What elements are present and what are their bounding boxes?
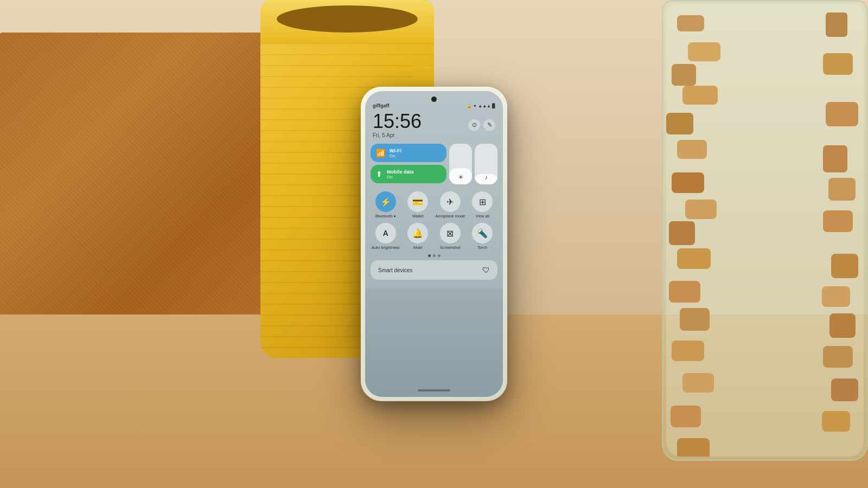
battery-icon: ▉ — [492, 104, 495, 108]
cork-12 — [828, 178, 856, 201]
cork-18 — [669, 281, 700, 303]
time-display: 15:56 — [373, 112, 422, 131]
cork-1 — [677, 15, 704, 31]
cork-2 — [826, 12, 847, 37]
cork-8 — [826, 102, 858, 126]
cork-9 — [677, 140, 707, 159]
cork-14 — [669, 221, 695, 245]
phone-screen: giffgaff 🔒 ✦ ▲▲▲ ▉ 15:56 Fri, 5 Apr — [365, 91, 503, 397]
cork-jar — [662, 0, 868, 461]
page-dots — [365, 253, 503, 258]
dot-2 — [433, 254, 436, 257]
quick-buttons-row2: A Auto brightness 🔔 Mute ⊠ Screenshot 🔦 … — [365, 222, 503, 251]
music-icon: ♪ — [484, 174, 488, 181]
cork-4 — [672, 64, 696, 86]
sliders-area: ☀ ♪ — [449, 144, 497, 186]
cork-19 — [822, 286, 850, 307]
mute-label: Mute — [413, 245, 423, 250]
cork-6 — [682, 86, 718, 105]
smart-devices-icon: 🛡 — [482, 266, 490, 274]
time-date-block: 15:56 Fri, 5 Apr — [373, 112, 422, 138]
smart-devices-bar[interactable]: Smart devices 🛡 — [371, 260, 497, 280]
phone-container: giffgaff 🔒 ✦ ▲▲▲ ▉ 15:56 Fri, 5 Apr — [361, 87, 507, 401]
quick-settings-grid: 📶 Wi-Fi On ⬆ Mobile data On — [365, 142, 503, 188]
cork-16 — [677, 248, 711, 269]
mobile-data-text: Mobile data On — [387, 169, 414, 179]
phone-outer: giffgaff 🔒 ✦ ▲▲▲ ▉ 15:56 Fri, 5 Apr — [361, 87, 507, 401]
bluetooth-button[interactable]: ⚡ Bluetooth ♦ — [371, 191, 401, 219]
cork-10 — [823, 145, 847, 172]
mobile-data-status: On — [387, 175, 414, 179]
mug-inside — [277, 5, 418, 33]
view-all-label: View all — [475, 214, 489, 219]
wifi-status-icon: ✦ — [473, 104, 477, 108]
brightness-icon: ☀ — [458, 174, 464, 181]
torch-label: Torch — [477, 245, 487, 250]
cork-22 — [672, 341, 704, 361]
cork-11 — [672, 172, 704, 193]
background-scene: giffgaff 🔒 ✦ ▲▲▲ ▉ 15:56 Fri, 5 Apr — [0, 0, 868, 488]
status-icons: 🔒 ✦ ▲▲▲ ▉ — [467, 104, 495, 108]
time-actions: ⊙ ✎ — [468, 119, 495, 131]
mobile-data-icon: ⬆ — [376, 170, 382, 178]
bluetooth-status-icon: 🔒 — [467, 104, 472, 108]
time-section: 15:56 Fri, 5 Apr ⊙ ✎ — [365, 110, 503, 142]
torch-icon: 🔦 — [472, 223, 493, 243]
torch-button[interactable]: 🔦 Torch — [468, 223, 498, 250]
mug-top — [260, 0, 434, 43]
date-display: Fri, 5 Apr — [373, 132, 422, 138]
wifi-tile[interactable]: 📶 Wi-Fi On — [371, 144, 446, 162]
brightness-slider[interactable]: ☀ — [449, 144, 472, 184]
wallet-button[interactable]: 💳 Wallet — [403, 191, 433, 219]
cork-jar-inner — [666, 4, 864, 457]
aeroplane-icon: ✈ — [440, 191, 461, 212]
carrier-label: giffgaff — [373, 103, 390, 108]
cork-23 — [823, 346, 853, 368]
cork-7 — [666, 113, 693, 134]
signal-icon: ▲▲▲ — [478, 104, 491, 108]
mute-icon: 🔔 — [407, 223, 428, 243]
aeroplane-button[interactable]: ✈ Aeroplane mode — [435, 191, 465, 219]
mobile-data-tile[interactable]: ⬆ Mobile data On — [371, 165, 446, 183]
dot-1 — [428, 254, 431, 257]
volume-slider[interactable]: ♪ — [475, 144, 497, 184]
cork-20 — [680, 308, 710, 331]
cork-15 — [823, 210, 853, 232]
alarm-icon[interactable]: ⊙ — [468, 119, 480, 131]
view-all-button[interactable]: ⊞ View all — [468, 191, 498, 219]
cork-5 — [823, 53, 853, 75]
cork-3 — [688, 42, 720, 61]
screenshot-icon: ⊠ — [440, 223, 461, 243]
cork-28 — [677, 438, 710, 457]
home-indicator[interactable] — [418, 389, 450, 391]
wallet-icon: 💳 — [407, 191, 428, 212]
auto-brightness-button[interactable]: A Auto brightness — [371, 223, 401, 250]
cork-25 — [831, 378, 858, 401]
cork-13 — [685, 200, 717, 219]
cork-26 — [671, 406, 701, 427]
edit-icon[interactable]: ✎ — [483, 119, 495, 131]
dot-3 — [438, 254, 441, 257]
cork-24 — [682, 373, 714, 393]
smart-devices-label: Smart devices — [378, 267, 412, 273]
screenshot-label: Screenshot — [440, 245, 461, 250]
cork-17 — [831, 254, 858, 278]
auto-brightness-label: Auto brightness — [372, 245, 400, 250]
view-all-icon: ⊞ — [472, 191, 493, 212]
cork-21 — [829, 313, 856, 338]
wallet-label: Wallet — [412, 214, 424, 219]
wifi-text: Wi-Fi On — [390, 148, 401, 158]
mute-button[interactable]: 🔔 Mute — [403, 223, 433, 250]
cork-27 — [822, 411, 850, 432]
bluetooth-icon: ⚡ — [375, 191, 396, 212]
left-tiles: 📶 Wi-Fi On ⬆ Mobile data On — [371, 144, 446, 183]
wifi-name: Wi-Fi — [390, 148, 401, 153]
wifi-status: On — [390, 153, 401, 158]
mobile-data-name: Mobile data — [387, 169, 414, 175]
quick-buttons-row1: ⚡ Bluetooth ♦ 💳 Wallet ✈ Aeroplane mode … — [365, 190, 503, 220]
aeroplane-label: Aeroplane mode — [435, 214, 465, 219]
front-camera-icon — [431, 97, 437, 102]
phone-bottom-area — [365, 288, 503, 397]
screenshot-button[interactable]: ⊠ Screenshot — [435, 223, 465, 250]
wifi-icon: 📶 — [376, 149, 385, 157]
